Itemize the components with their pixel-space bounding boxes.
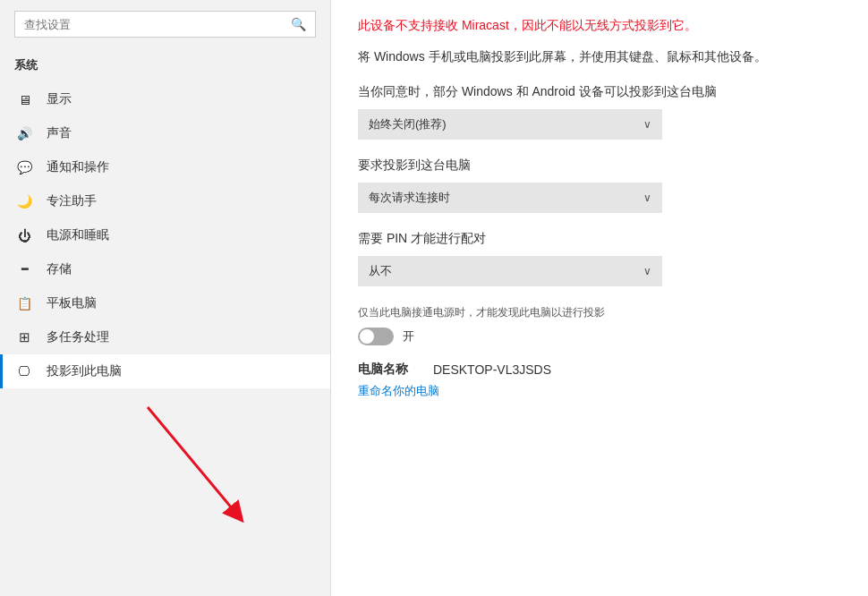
sidebar-item-multitask[interactable]: 多任务处理 bbox=[0, 320, 330, 354]
dropdown-pin[interactable]: 从不 ∨ bbox=[358, 256, 662, 286]
chevron-down-icon: ∨ bbox=[643, 118, 651, 131]
sidebar-item-label: 平板电脑 bbox=[47, 295, 97, 311]
search-box[interactable]: 🔍 bbox=[14, 11, 316, 38]
pc-name-row: 电脑名称 DESKTOP-VL3JSDS bbox=[358, 362, 841, 378]
sidebar-item-label: 电源和睡眠 bbox=[47, 227, 109, 243]
power-toggle[interactable] bbox=[358, 328, 394, 345]
toggle-label: 开 bbox=[403, 328, 414, 345]
svg-line-1 bbox=[148, 407, 237, 515]
sidebar-item-storage[interactable]: 存储 bbox=[0, 252, 330, 286]
sidebar-item-label: 多任务处理 bbox=[47, 329, 109, 345]
section2-label: 要求投影到这台电脑 bbox=[358, 158, 841, 174]
dropdown-value: 始终关闭(推荐) bbox=[369, 116, 447, 132]
focus-icon bbox=[14, 194, 34, 209]
rename-link[interactable]: 重命名你的电脑 bbox=[358, 384, 439, 397]
power-icon bbox=[14, 228, 34, 243]
dropdown-value: 从不 bbox=[369, 263, 392, 279]
sidebar-item-label: 声音 bbox=[47, 125, 72, 141]
description-text: 将 Windows 手机或电脑投影到此屏幕，并使用其键盘、鼠标和其他设备。 bbox=[358, 47, 841, 66]
sound-icon bbox=[14, 126, 34, 140]
dropdown-always-off[interactable]: 始终关闭(推荐) ∨ bbox=[358, 109, 662, 140]
chevron-down-icon: ∨ bbox=[643, 265, 651, 277]
sidebar-item-tablet[interactable]: 平板电脑 bbox=[0, 286, 330, 320]
sidebar-item-label: 专注助手 bbox=[47, 193, 97, 209]
sidebar-item-label: 投影到此电脑 bbox=[47, 363, 122, 379]
chevron-down-icon: ∨ bbox=[643, 192, 651, 204]
notifications-icon bbox=[14, 160, 34, 175]
storage-icon bbox=[14, 263, 34, 276]
project-icon bbox=[14, 364, 34, 379]
arrow-annotation bbox=[139, 398, 282, 541]
sidebar-item-label: 存储 bbox=[47, 261, 72, 277]
section1-label: 当你同意时，部分 Windows 和 Android 设备可以投影到这台电脑 bbox=[358, 84, 841, 100]
search-input[interactable] bbox=[24, 18, 291, 31]
sidebar-item-display[interactable]: 显示 bbox=[0, 82, 330, 116]
sidebar: 🔍 系统 显示 声音 通知和操作 专注助手 电源和睡眠 存储 平板电脑 多任务处… bbox=[0, 0, 331, 596]
dropdown-value: 每次请求连接时 bbox=[369, 190, 450, 206]
dropdown-request[interactable]: 每次请求连接时 ∨ bbox=[358, 183, 662, 213]
sidebar-item-sound[interactable]: 声音 bbox=[0, 116, 330, 150]
section3-label: 需要 PIN 才能进行配对 bbox=[358, 231, 841, 247]
error-message: 此设备不支持接收 Miracast，因此不能以无线方式投影到它。 bbox=[358, 18, 841, 34]
content-area: 此设备不支持接收 Miracast，因此不能以无线方式投影到它。 将 Windo… bbox=[331, 0, 868, 596]
pc-name-value: DESKTOP-VL3JSDS bbox=[433, 362, 551, 377]
sidebar-item-notifications[interactable]: 通知和操作 bbox=[0, 150, 330, 184]
monitor-icon bbox=[14, 92, 34, 107]
sidebar-item-label: 显示 bbox=[47, 91, 72, 107]
pc-name-label: 电脑名称 bbox=[358, 362, 421, 378]
tablet-icon bbox=[14, 296, 34, 311]
multitask-icon bbox=[14, 329, 34, 345]
sidebar-section-label: 系统 bbox=[0, 54, 330, 82]
power-note: 仅当此电脑接通电源时，才能发现此电脑以进行投影 bbox=[358, 304, 841, 320]
sidebar-item-label: 通知和操作 bbox=[47, 159, 109, 175]
toggle-row: 开 bbox=[358, 328, 841, 345]
search-icon: 🔍 bbox=[291, 17, 306, 31]
sidebar-item-focus[interactable]: 专注助手 bbox=[0, 184, 330, 218]
sidebar-item-power[interactable]: 电源和睡眠 bbox=[0, 218, 330, 252]
sidebar-item-project[interactable]: 投影到此电脑 bbox=[0, 354, 330, 388]
